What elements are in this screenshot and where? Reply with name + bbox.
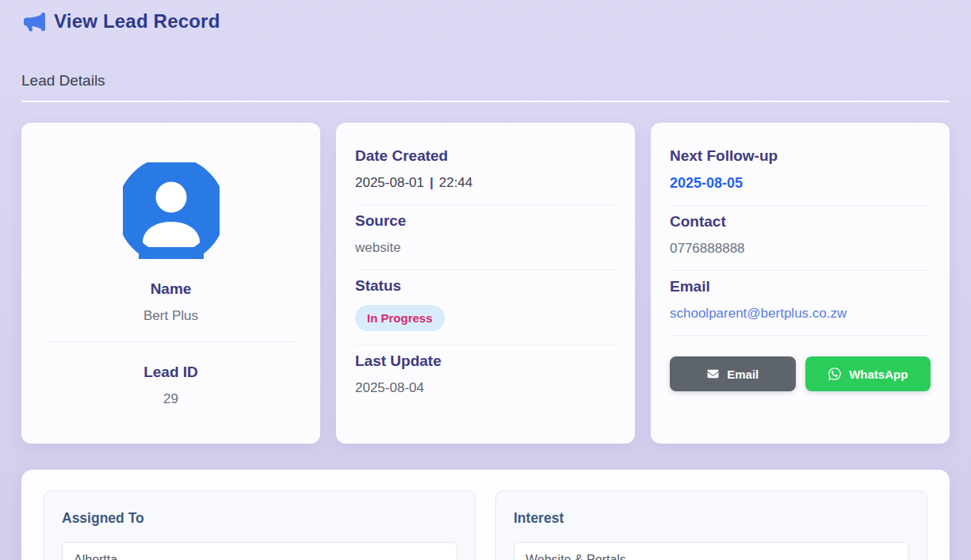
next-followup-row: Next Follow-up 2025-08-05 xyxy=(670,140,931,205)
date-created-value: 2025-08-01|22:44 xyxy=(355,175,616,191)
date-created-time: 22:44 xyxy=(439,175,473,190)
profile-card: Name Bert Plus Lead ID 29 xyxy=(21,123,320,444)
email-label: Email xyxy=(670,278,931,295)
lead-id-value: 29 xyxy=(40,391,301,407)
next-followup-value: 2025-08-05 xyxy=(670,175,931,192)
assigned-to-panel: Assigned To xyxy=(44,490,476,560)
contact-row: Contact 0776888888 xyxy=(670,206,931,270)
last-update-value: 2025-08-04 xyxy=(355,380,616,396)
last-update-row: Last Update 2025-08-04 xyxy=(355,345,616,410)
email-button-label: Email xyxy=(727,368,759,381)
row-divider xyxy=(670,335,931,336)
lead-meta-card: Assigned To Interest xyxy=(21,470,950,560)
section-divider xyxy=(21,101,950,102)
section-title: Lead Details xyxy=(21,72,950,90)
email-row: Email schoolparent@bertplus.co.zw xyxy=(670,271,931,335)
date-created-row: Date Created 2025-08-01|22:44 xyxy=(355,140,616,204)
status-row: Status In Progress xyxy=(355,270,616,345)
source-label: Source xyxy=(355,212,616,230)
email-button[interactable]: Email xyxy=(670,356,796,391)
lead-summary-cards: Name Bert Plus Lead ID 29 Date Created 2… xyxy=(21,123,950,444)
source-value: website xyxy=(355,240,616,256)
assigned-to-label: Assigned To xyxy=(62,510,457,527)
contact-value: 0776888888 xyxy=(670,241,931,257)
contact-label: Contact xyxy=(670,213,931,230)
status-label: Status xyxy=(355,277,616,295)
user-avatar-icon xyxy=(123,162,220,259)
lead-meta-grid: Assigned To Interest xyxy=(44,490,927,560)
envelope-icon xyxy=(706,368,720,379)
interest-label: Interest xyxy=(514,510,909,527)
page-title: View Lead Record xyxy=(54,10,220,32)
assigned-to-input[interactable] xyxy=(62,542,457,560)
details-card: Date Created 2025-08-01|22:44 Source web… xyxy=(336,123,635,444)
next-followup-label: Next Follow-up xyxy=(670,147,931,165)
whatsapp-button-label: WhatsApp xyxy=(849,368,908,381)
email-address-link[interactable]: schoolparent@bertplus.co.zw xyxy=(670,306,847,322)
name-label: Name xyxy=(40,280,301,298)
source-row: Source website xyxy=(355,205,616,269)
date-created-date: 2025-08-01 xyxy=(355,175,424,190)
status-badge: In Progress xyxy=(355,305,445,331)
lead-record-page: View Lead Record Lead Details Name Bert … xyxy=(0,0,971,560)
whatsapp-icon xyxy=(828,367,842,381)
last-update-label: Last Update xyxy=(355,352,616,370)
contact-actions: Email WhatsApp xyxy=(670,356,931,391)
interest-panel: Interest xyxy=(495,490,927,560)
profile-divider xyxy=(44,341,298,342)
lead-id-label: Lead ID xyxy=(40,364,301,381)
page-header: View Lead Record xyxy=(21,0,950,32)
whatsapp-button[interactable]: WhatsApp xyxy=(805,356,931,391)
name-value: Bert Plus xyxy=(40,308,301,324)
megaphone-icon xyxy=(24,11,45,32)
date-created-label: Date Created xyxy=(355,147,616,165)
contact-card: Next Follow-up 2025-08-05 Contact 077688… xyxy=(651,123,950,444)
date-time-separator: | xyxy=(430,175,434,190)
interest-input[interactable] xyxy=(514,542,909,560)
